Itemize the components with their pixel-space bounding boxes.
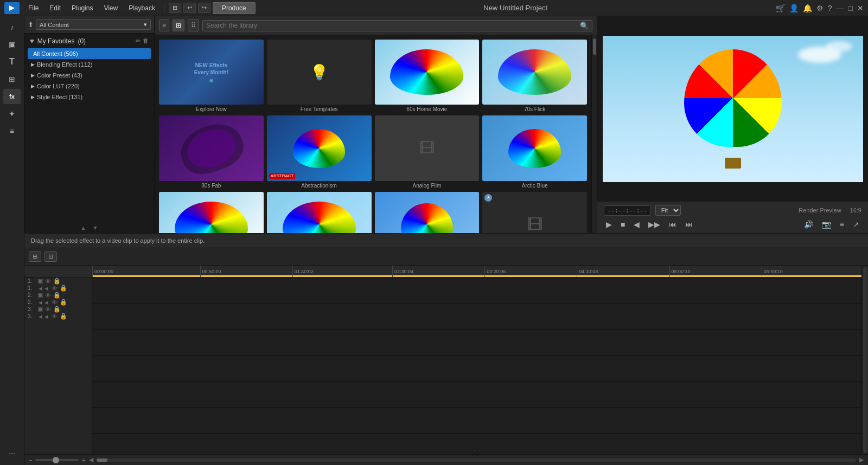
ratio-label: 16:9 — [850, 207, 861, 214]
right-scrollbar[interactable] — [861, 266, 868, 454]
template-row3b[interactable] — [267, 192, 372, 233]
track-content-2a[interactable] — [92, 356, 861, 381]
zoom-slider[interactable] — [35, 459, 79, 461]
template-60s[interactable]: 60s Home Movie — [375, 40, 480, 112]
template-arctic[interactable]: Arctic Blue — [482, 115, 587, 188]
user-icon[interactable]: 👤 — [789, 4, 799, 12]
track-content-1v[interactable] — [92, 277, 861, 303]
zoom-out-btn[interactable]: − — [29, 457, 32, 463]
large-view-btn[interactable]: ⠿ — [188, 20, 199, 31]
scroll-right-arrow[interactable]: ▶ — [859, 456, 864, 463]
track3a-lock[interactable]: 🔒 — [60, 313, 67, 320]
subtitles-icon[interactable]: ≡ — [838, 219, 846, 230]
redo-btn[interactable]: ↪ — [198, 3, 210, 13]
track1a-lock[interactable]: 🔒 — [60, 285, 67, 292]
cat-color-preset[interactable]: ▶ Color Preset (43) — [28, 70, 151, 81]
sidebar-transitions[interactable]: ⊞ — [3, 72, 21, 87]
timeline-fit-btn[interactable]: ⊡ — [44, 251, 57, 262]
fast-forward-btn[interactable]: ⏭ — [683, 219, 695, 230]
cart-icon[interactable]: 🛒 — [776, 4, 785, 12]
sidebar-titles[interactable]: ≡ — [3, 124, 21, 139]
undo-btn[interactable]: ↩ — [183, 3, 196, 13]
sidebar-more[interactable]: ··· — [3, 445, 21, 461]
track1v-lock[interactable]: 🔒 — [53, 277, 61, 285]
timeline-snap-btn[interactable]: ⊞ — [29, 251, 41, 262]
cat-all-content[interactable]: All Content (506) — [28, 48, 151, 59]
timeline-scrollbar[interactable] — [97, 458, 856, 462]
next-frame-btn[interactable]: ▶▶ — [646, 219, 662, 230]
zoom-in-btn[interactable]: + — [82, 457, 85, 463]
template-abstractionism[interactable]: ABSTRACT Abstractionism — [267, 115, 372, 188]
track1v-eye[interactable]: 👁 — [45, 278, 51, 285]
track-content-2v[interactable] — [92, 330, 861, 355]
close-icon[interactable]: ✕ — [857, 4, 864, 12]
abstract-thumb: ABSTRACT — [267, 115, 372, 180]
sidebar-effects[interactable]: fx — [3, 89, 21, 104]
track-content-1a[interactable] — [92, 303, 861, 329]
track2a-lock[interactable]: 🔒 — [60, 299, 67, 306]
prev-frame-btn[interactable]: ◀ — [631, 219, 642, 230]
play-btn[interactable]: ▶ — [604, 219, 614, 230]
track-content-3a[interactable] — [92, 408, 861, 433]
search-input[interactable] — [206, 22, 580, 29]
template-row3c[interactable] — [375, 192, 480, 233]
track-row-3a — [92, 408, 861, 434]
template-analog[interactable]: 🎞 Analog Film — [375, 115, 480, 188]
sidebar-motion[interactable]: ✦ — [3, 106, 21, 121]
track2a-eye[interactable]: 👁 — [52, 299, 58, 306]
track1a-eye[interactable]: 👁 — [52, 285, 58, 292]
fav-delete-icon[interactable]: 🗑 — [143, 37, 149, 44]
produce-btn[interactable]: Produce — [213, 2, 256, 14]
content-dropdown[interactable]: All Content ▾ — [36, 20, 151, 30]
menu-edit[interactable]: Edit — [45, 3, 65, 13]
track3v-eye[interactable]: 👁 — [45, 306, 51, 313]
cat-style-effect[interactable]: ▶ Style Effect (131) — [28, 92, 151, 102]
track-content-3v[interactable] — [92, 382, 861, 407]
list-view-btn[interactable]: ≡ — [159, 20, 169, 31]
scroll-down-icon[interactable]: ▼ — [93, 225, 98, 231]
track3v-lock[interactable]: 🔒 — [53, 306, 61, 313]
track-headers: 1. ▣ 👁 🔒 1. ◄◄ 👁 🔒 2. ▣ 👁 — [24, 266, 92, 454]
help-icon[interactable]: ? — [828, 4, 832, 12]
grid-view-btn[interactable]: ⊞ — [173, 20, 184, 31]
snapshot-icon[interactable]: 📷 — [820, 219, 833, 230]
scroll-left-arrow[interactable]: ◀ — [89, 456, 93, 463]
preview-image — [603, 36, 863, 182]
import-icon[interactable]: ⬆ — [28, 21, 34, 29]
menu-file[interactable]: File — [24, 3, 43, 13]
template-grid-scroll[interactable]: NEW EffectsEvery Month! ◉ Explore Now 💡 — [155, 35, 591, 233]
template-row3d[interactable]: 🎞 ★ — [482, 192, 587, 233]
settings-icon[interactable]: ⚙ — [816, 4, 824, 12]
template-explore[interactable]: NEW EffectsEvery Month! ◉ Explore Now — [159, 40, 264, 112]
sidebar-text[interactable]: T — [3, 54, 21, 69]
track-row-1v — [92, 277, 861, 303]
scroll-up-icon[interactable]: ▲ — [81, 225, 86, 231]
minimize-icon[interactable]: — — [837, 4, 844, 12]
grid-scrollbar[interactable] — [591, 35, 597, 233]
restore-icon[interactable]: □ — [848, 4, 853, 12]
track3a-eye[interactable]: 👁 — [52, 313, 58, 320]
export-icon[interactable]: ↗ — [851, 219, 861, 230]
track2v-lock[interactable]: 🔒 — [53, 292, 61, 299]
menu-plugins[interactable]: Plugins — [67, 3, 97, 13]
template-row3a[interactable] — [159, 192, 264, 233]
fit-dropdown[interactable]: Fit — [655, 205, 681, 216]
menu-view[interactable]: View — [99, 3, 122, 13]
cat-blending-effect[interactable]: ▶ Blending Effect (112) — [28, 59, 151, 70]
cat-color-lut[interactable]: ▶ Color LUT (220) — [28, 81, 151, 92]
template-80sfab[interactable]: 80s Fab — [159, 115, 264, 188]
template-70s[interactable]: 70s Flick — [482, 40, 587, 112]
menu-playback[interactable]: Playback — [124, 3, 159, 13]
aspect-ratio-btn[interactable]: ⊞ — [169, 3, 181, 13]
notification-icon[interactable]: 🔔 — [803, 4, 812, 12]
template-free[interactable]: 💡 Free Templates — [267, 40, 372, 112]
sidebar-video[interactable]: ▣ — [3, 37, 21, 52]
ruler-mark-5: 04:10:08 — [577, 266, 598, 277]
sidebar-music[interactable]: ♪ — [3, 20, 21, 35]
track2v-eye[interactable]: 👁 — [45, 292, 51, 299]
stop-btn[interactable]: ■ — [618, 219, 627, 230]
volume-icon[interactable]: 🔊 — [802, 219, 815, 230]
my-favorites-section[interactable]: ♥ My Favorites (0) ✏ 🗑 — [24, 34, 154, 48]
rewind-btn[interactable]: ⏮ — [667, 219, 679, 230]
fav-edit-icon[interactable]: ✏ — [136, 37, 141, 44]
